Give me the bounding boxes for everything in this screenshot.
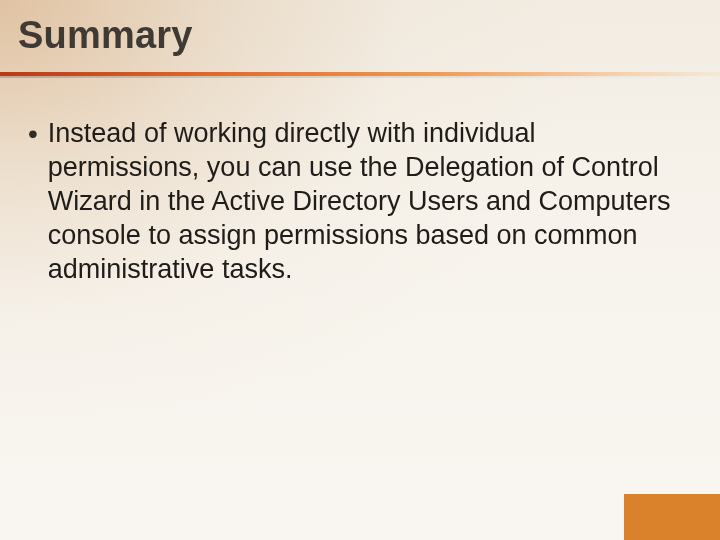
title-divider [0, 72, 720, 78]
slide-body: • Instead of working directly with indiv… [48, 116, 672, 286]
bullet-item: • Instead of working directly with indiv… [48, 116, 672, 286]
accent-rectangle [624, 494, 720, 540]
divider-shadow [0, 76, 720, 78]
slide: Summary • Instead of working directly wi… [0, 0, 720, 540]
bullet-icon: • [28, 116, 38, 152]
bullet-text: Instead of working directly with individ… [48, 116, 672, 286]
slide-title: Summary [18, 14, 193, 57]
